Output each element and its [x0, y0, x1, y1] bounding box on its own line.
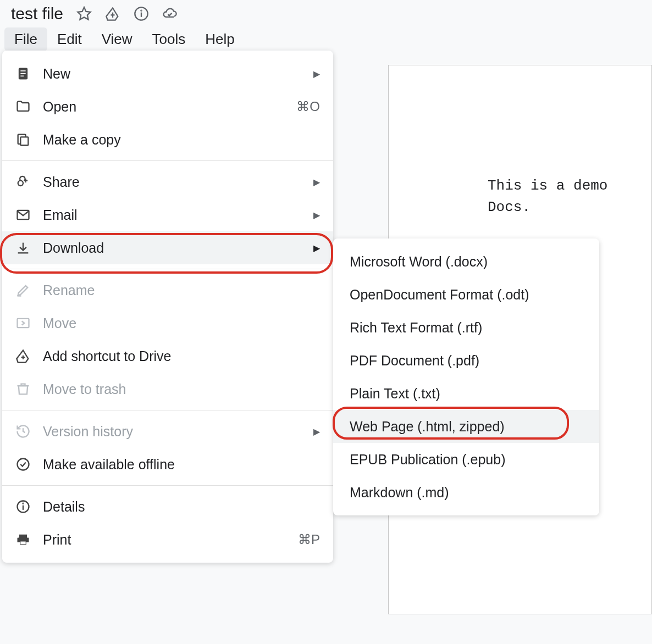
- email-icon: [15, 207, 31, 223]
- trash-icon: [15, 381, 31, 397]
- menu-make-copy[interactable]: Make a copy: [2, 123, 333, 156]
- menu-shortcut: ⌘P: [298, 532, 320, 547]
- doc-title[interactable]: test file: [11, 4, 63, 23]
- menubar-tools[interactable]: Tools: [142, 27, 196, 51]
- submenu-rtf[interactable]: Rich Text Format (.rtf): [333, 311, 599, 344]
- menu-label: Make available offline: [43, 457, 320, 473]
- submenu-pdf[interactable]: PDF Document (.pdf): [333, 344, 599, 377]
- submenu-odt[interactable]: OpenDocument Format (.odt): [333, 278, 599, 311]
- chevron-right-icon: ▶: [313, 69, 320, 79]
- menu-label: Share: [43, 174, 308, 190]
- document-text: This is a demo Docs.: [488, 175, 651, 218]
- chevron-right-icon: ▶: [313, 210, 320, 220]
- folder-icon: [15, 99, 31, 114]
- menu-version-history: Version history ▶: [2, 415, 333, 448]
- menu-download[interactable]: Download ▶: [2, 231, 333, 264]
- doc-header: test file: [0, 0, 652, 25]
- menu-shortcut: ⌘O: [296, 99, 320, 114]
- svg-rect-8: [20, 73, 25, 74]
- move-icon: [15, 315, 31, 331]
- file-menu: New ▶ Open ⌘O Make a copy Share ▶ Email …: [2, 51, 333, 563]
- svg-rect-18: [18, 319, 29, 327]
- svg-rect-7: [20, 70, 25, 71]
- menu-share[interactable]: Share ▶: [2, 165, 333, 198]
- svg-rect-26: [20, 542, 25, 545]
- menu-add-shortcut[interactable]: Add shortcut to Drive: [2, 340, 333, 373]
- svg-point-5: [141, 10, 141, 11]
- menu-divider: [2, 160, 333, 161]
- menu-label: Details: [43, 499, 320, 515]
- share-icon: [15, 174, 31, 190]
- menubar-edit[interactable]: Edit: [47, 27, 92, 51]
- menu-label: Move: [43, 315, 320, 331]
- menu-label: Download: [43, 240, 308, 256]
- menu-divider: [2, 485, 333, 486]
- menu-move-trash: Move to trash: [2, 373, 333, 406]
- svg-rect-10: [20, 137, 28, 145]
- download-icon: [15, 240, 31, 256]
- chevron-right-icon: ▶: [313, 243, 320, 253]
- menu-label: Version history: [43, 424, 308, 440]
- chevron-right-icon: ▶: [313, 426, 320, 437]
- submenu-docx[interactable]: Microsoft Word (.docx): [333, 245, 599, 278]
- print-icon: [15, 532, 31, 547]
- menu-divider: [2, 269, 333, 269]
- cloud-icon[interactable]: [162, 6, 178, 21]
- menu-print[interactable]: Print ⌘P: [2, 523, 333, 556]
- menu-label: Move to trash: [43, 381, 320, 397]
- menu-label: Add shortcut to Drive: [43, 348, 320, 364]
- menu-make-offline[interactable]: Make available offline: [2, 448, 333, 481]
- svg-point-11: [18, 181, 23, 186]
- menu-divider: [2, 410, 333, 410]
- menubar-file[interactable]: File: [4, 27, 47, 51]
- menu-label: Open: [43, 99, 296, 115]
- submenu-epub[interactable]: EPUB Publication (.epub): [333, 443, 599, 476]
- svg-marker-0: [78, 7, 90, 19]
- menu-label: Print: [43, 532, 298, 548]
- menu-label: Email: [43, 207, 308, 223]
- menu-rename: Rename: [2, 274, 333, 307]
- info-icon: [15, 499, 31, 514]
- menubar-view[interactable]: View: [92, 27, 142, 51]
- menu-email[interactable]: Email ▶: [2, 198, 333, 231]
- svg-point-22: [18, 459, 29, 470]
- menu-move: Move: [2, 307, 333, 340]
- download-submenu: Microsoft Word (.docx) OpenDocument Form…: [333, 238, 599, 515]
- menubar-help[interactable]: Help: [195, 27, 244, 51]
- star-icon[interactable]: [76, 6, 92, 21]
- submenu-html[interactable]: Web Page (.html, zipped): [333, 410, 599, 443]
- menu-label: Rename: [43, 282, 320, 298]
- chevron-right-icon: ▶: [313, 177, 320, 187]
- history-icon: [15, 424, 31, 439]
- menu-label: New: [43, 66, 308, 82]
- submenu-md[interactable]: Markdown (.md): [333, 476, 599, 509]
- info-icon[interactable]: [134, 6, 149, 21]
- offline-icon: [15, 457, 31, 472]
- svg-point-25: [23, 503, 23, 504]
- menu-open[interactable]: Open ⌘O: [2, 90, 333, 123]
- document-icon: [15, 66, 31, 81]
- move-to-drive-icon[interactable]: [105, 6, 120, 21]
- pencil-icon: [15, 282, 31, 298]
- menu-details[interactable]: Details: [2, 490, 333, 523]
- drive-add-icon: [15, 348, 31, 364]
- copy-icon: [15, 132, 31, 147]
- submenu-txt[interactable]: Plain Text (.txt): [333, 377, 599, 410]
- menu-label: Make a copy: [43, 132, 320, 148]
- svg-rect-9: [20, 76, 24, 77]
- menu-new[interactable]: New ▶: [2, 57, 333, 90]
